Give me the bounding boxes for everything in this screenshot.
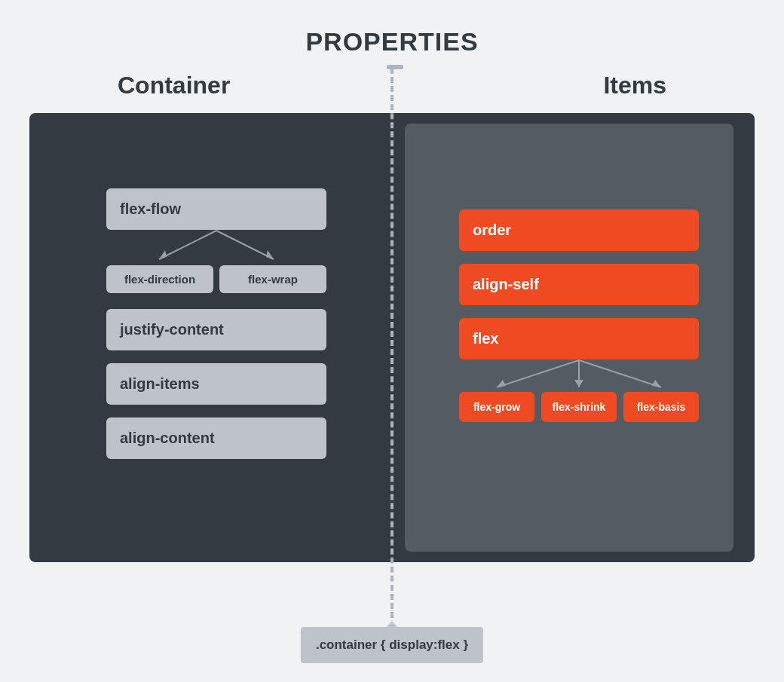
svg-marker-3: [266, 250, 274, 259]
heading-items: Items: [603, 72, 666, 99]
svg-line-0: [159, 231, 216, 259]
prop-align-self: align-self: [459, 264, 699, 305]
prop-flex-wrap: flex-wrap: [219, 265, 326, 293]
svg-line-2: [216, 231, 274, 259]
vertical-divider: [390, 68, 394, 618]
prop-flex-direction: flex-direction: [106, 265, 213, 293]
prop-flex-flow: flex-flow: [106, 188, 326, 230]
prop-flex-grow: flex-grow: [459, 392, 534, 422]
heading-container: Container: [118, 72, 230, 99]
prop-flex-shrink: flex-shrink: [541, 392, 617, 422]
prop-order: order: [459, 209, 699, 251]
arrows-flex-flow: [106, 228, 326, 268]
svg-marker-1: [159, 250, 167, 259]
prop-justify-content: justify-content: [106, 309, 326, 350]
footer-code: .container { display:flex }: [301, 627, 483, 663]
prop-flex: flex: [459, 318, 699, 359]
prop-flex-basis: flex-basis: [623, 392, 699, 422]
prop-align-content: align-content: [106, 417, 326, 459]
page-title: PROPERTIES: [27, 27, 757, 57]
prop-align-items: align-items: [106, 363, 326, 405]
